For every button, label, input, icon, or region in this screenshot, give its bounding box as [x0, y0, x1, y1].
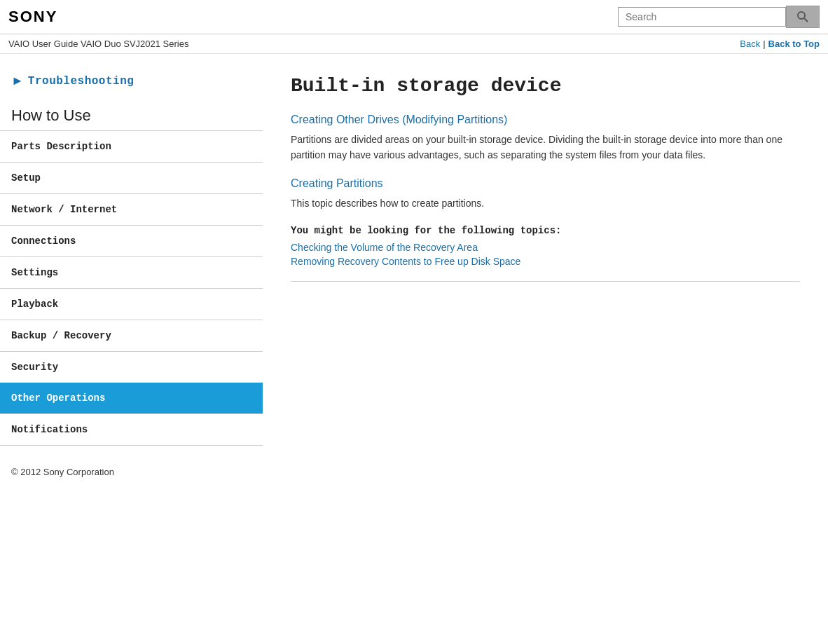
sidebar-nav-item[interactable]: Parts Description [0, 130, 263, 162]
might-be-looking-title: You might be looking for the following t… [291, 225, 800, 236]
sidebar-nav-item[interactable]: Security [0, 351, 263, 383]
back-link[interactable]: Back [740, 39, 760, 49]
troubleshooting-header[interactable]: ► Troubleshooting [0, 68, 263, 100]
how-to-use-title: How to Use [11, 107, 251, 125]
sidebar: ► Troubleshooting How to Use Parts Descr… [0, 54, 263, 643]
content-section-body: This topic describes how to create parti… [291, 196, 800, 211]
related-links-container: Checking the Volume of the Recovery Area… [291, 242, 800, 267]
might-be-looking: You might be looking for the following t… [291, 225, 800, 267]
sidebar-nav-item[interactable]: Other Operations [0, 383, 263, 413]
svg-point-0 [798, 12, 805, 19]
sidebar-nav-item[interactable]: Setup [0, 162, 263, 193]
content-section-link[interactable]: Creating Other Drives (Modifying Partiti… [291, 114, 800, 126]
main-layout: ► Troubleshooting How to Use Parts Descr… [0, 54, 828, 643]
breadcrumb-bar: VAIO User Guide VAIO Duo SVJ2021 Series … [0, 34, 828, 54]
content-area: Built-in storage device Creating Other D… [263, 54, 828, 643]
content-section-body: Partitions are divided areas on your bui… [291, 132, 800, 163]
sidebar-nav-item[interactable]: Network / Internet [0, 193, 263, 225]
search-area [618, 6, 820, 28]
svg-line-1 [804, 18, 808, 22]
sidebar-nav-item[interactable]: Backup / Recovery [0, 320, 263, 351]
content-divider [291, 281, 800, 282]
sidebar-nav-item[interactable]: Settings [0, 256, 263, 288]
nav-list: Parts DescriptionSetupNetwork / Internet… [0, 130, 263, 446]
separator: | [763, 39, 765, 49]
copyright: © 2012 Sony Corporation [0, 446, 263, 484]
sidebar-nav-item[interactable]: Notifications [0, 413, 263, 446]
header: SONY [0, 0, 828, 34]
page-title: Built-in storage device [291, 75, 800, 97]
related-link[interactable]: Removing Recovery Contents to Free up Di… [291, 256, 800, 267]
content-section: Creating Other Drives (Modifying Partiti… [291, 114, 800, 163]
troubleshooting-label: Troubleshooting [28, 75, 134, 88]
search-button[interactable] [786, 6, 820, 28]
sidebar-nav-item[interactable]: Connections [0, 225, 263, 256]
sections-container: Creating Other Drives (Modifying Partiti… [291, 114, 800, 211]
sony-logo: SONY [8, 8, 57, 26]
search-input[interactable] [618, 7, 786, 27]
search-icon [796, 11, 809, 23]
back-to-top-link[interactable]: Back to Top [768, 39, 820, 49]
sidebar-nav-item[interactable]: Playback [0, 288, 263, 320]
content-section: Creating PartitionsThis topic describes … [291, 177, 800, 211]
how-to-use-section: How to Use [0, 100, 263, 125]
content-section-link[interactable]: Creating Partitions [291, 177, 800, 190]
back-links: Back | Back to Top [740, 39, 820, 49]
chevron-right-icon: ► [11, 74, 24, 88]
guide-title: VAIO User Guide VAIO Duo SVJ2021 Series [8, 39, 188, 49]
related-link[interactable]: Checking the Volume of the Recovery Area [291, 242, 800, 253]
